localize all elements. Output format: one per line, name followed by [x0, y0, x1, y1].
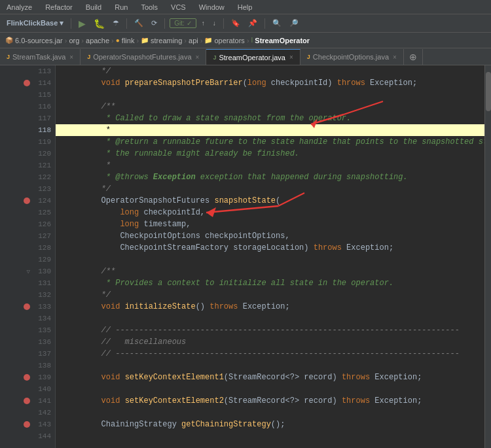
breakpoint-114[interactable]	[24, 80, 30, 86]
line-num-131: 131	[33, 279, 51, 287]
breakpoint-124[interactable]	[24, 198, 30, 204]
scrollbar-thumb[interactable]	[486, 72, 491, 111]
code-line-115	[56, 89, 484, 101]
code-line-140	[56, 383, 484, 395]
bc-streaming-icon: 📁	[141, 37, 149, 44]
scrollbar[interactable]	[484, 65, 491, 448]
line-num-124: 124	[33, 197, 51, 205]
code-line-116: /**	[56, 101, 484, 112]
code-text-119: * @return a runnable future to the state…	[64, 137, 484, 146]
tab-icon-operatorsnapshot: J	[87, 54, 90, 60]
line-row-139: 139	[0, 371, 55, 383]
line-row-120: 120	[0, 148, 55, 160]
breadcrumb: 📦 6.0-sources.jar › org › apache › ● fli…	[0, 33, 491, 48]
code-text-131: * Provides a context to initialize all s…	[64, 279, 393, 288]
bookmark-button[interactable]: 🔖	[228, 18, 243, 29]
menu-refactor[interactable]: Refactor	[43, 2, 75, 12]
line-num-123: 123	[33, 185, 51, 193]
build-button[interactable]: 🔨	[132, 18, 146, 29]
bc-streaming-label: streaming	[151, 37, 182, 44]
code-line-121: *	[56, 160, 484, 171]
code-text-133: void initializeState() throws Exception;	[64, 302, 290, 311]
line-num-115: 115	[33, 91, 51, 99]
bc-flink-label: flink	[122, 37, 135, 44]
line-row-133: 133	[0, 301, 55, 313]
bc-sep-5: ›	[184, 37, 187, 44]
line-row-122: 122	[0, 171, 55, 183]
menu-vcs[interactable]: VCS	[168, 2, 189, 12]
tab-streamoperator[interactable]: J StreamOperator.java ×	[206, 49, 300, 65]
run-button[interactable]: ▶	[76, 17, 88, 30]
menu-tools[interactable]: Tools	[138, 2, 160, 12]
menu-analyze[interactable]: Analyze	[4, 2, 35, 12]
menu-run[interactable]: Run	[112, 2, 130, 12]
tab-checkpointoptions[interactable]: J CheckpointOptions.java ×	[300, 49, 404, 65]
menu-build[interactable]: Build	[83, 2, 104, 12]
search-button[interactable]: 🔍	[270, 18, 284, 29]
bc-streaming[interactable]: 📁 streaming	[141, 37, 182, 44]
bc-streamoperator[interactable]: I StreamOperator	[251, 37, 310, 44]
bc-sources[interactable]: 📦 6.0-sources.jar	[5, 37, 63, 44]
line-num-143: 143	[33, 421, 51, 428]
line-row-115: 115	[0, 89, 55, 101]
line-row-131: 131	[0, 277, 55, 289]
bc-operators-icon: 📁	[204, 37, 212, 44]
debug-button[interactable]: 🐛	[91, 17, 107, 30]
line-num-137: 137	[33, 350, 51, 358]
git-push[interactable]: ↑	[199, 18, 208, 28]
toolbar-sep-1	[71, 18, 71, 29]
code-line-142	[56, 407, 484, 419]
pin-button[interactable]: 📌	[245, 18, 260, 29]
line-row-117: 117	[0, 112, 55, 124]
line-row-138: 138	[0, 360, 55, 371]
code-text-118: *	[64, 126, 111, 135]
project-selector[interactable]: FlinkClickBase ▾	[4, 18, 66, 29]
bc-org[interactable]: org	[69, 37, 79, 44]
code-line-135: // -------------------------------------…	[56, 324, 484, 336]
toolbar-sep-5	[264, 18, 265, 29]
line-num-127: 127	[33, 232, 51, 240]
code-text-135: // -------------------------------------…	[64, 326, 460, 335]
tab-streamtask[interactable]: J StreamTask.java ×	[0, 49, 81, 65]
breakpoint-141[interactable]	[24, 398, 30, 404]
tab-close-streamtask[interactable]: ×	[69, 54, 73, 61]
tab-close-checkpointoptions[interactable]: ×	[393, 54, 397, 61]
code-line-113: */	[56, 65, 484, 77]
coverage-button[interactable]: ☂	[110, 18, 122, 29]
code-line-143: ChainingStrategy getChainingStrategy();	[56, 419, 484, 430]
code-line-130: /**	[56, 266, 484, 277]
menu-help[interactable]: Help	[235, 2, 255, 12]
line-num-141: 141	[33, 397, 51, 405]
code-line-128: CheckpointStreamFactory storageLocation)…	[56, 242, 484, 254]
line-row-143: 143	[0, 419, 55, 430]
line-num-119: 119	[33, 138, 51, 146]
git-pull[interactable]: ↓	[210, 18, 219, 28]
bc-operators[interactable]: 📁 operators	[204, 37, 244, 44]
tab-more[interactable]: ⊕	[404, 49, 423, 65]
fold-icon-130[interactable]: ▽	[27, 268, 30, 275]
code-line-133: void initializeState() throws Exception;	[56, 301, 484, 313]
code-text-123: */	[64, 184, 111, 194]
line-num-114: 114	[33, 79, 51, 87]
inspect-button[interactable]: 🔎	[287, 18, 301, 29]
tab-close-streamoperator[interactable]: ×	[289, 54, 293, 61]
bc-api[interactable]: api	[189, 37, 198, 44]
tab-label-streamoperator: StreamOperator.java	[219, 54, 285, 61]
code-line-122: * @throws Exception exception that happe…	[56, 171, 484, 183]
line-num-132: 132	[33, 291, 51, 299]
git-label: Git: ✓	[170, 18, 196, 28]
sync-button[interactable]: ⟳	[149, 18, 160, 29]
menu-window[interactable]: Window	[196, 2, 227, 12]
tab-close-operatorsnapshot[interactable]: ×	[196, 54, 200, 61]
bc-flink[interactable]: ● flink	[116, 37, 135, 44]
code-content: */ void prepareSnapshotPreBarrier(long c…	[56, 65, 484, 448]
code-text-137: // -------------------------------------…	[64, 349, 460, 358]
breakpoint-143[interactable]	[24, 421, 30, 428]
line-row-142: 142	[0, 407, 55, 419]
bc-api-label: api	[189, 37, 198, 44]
breakpoint-133[interactable]	[24, 303, 30, 310]
line-row-113: 113	[0, 65, 55, 77]
bc-apache[interactable]: apache	[86, 37, 109, 44]
breakpoint-139[interactable]	[24, 374, 30, 381]
tab-operatorsnapshot[interactable]: J OperatorSnapshotFutures.java ×	[81, 49, 206, 65]
